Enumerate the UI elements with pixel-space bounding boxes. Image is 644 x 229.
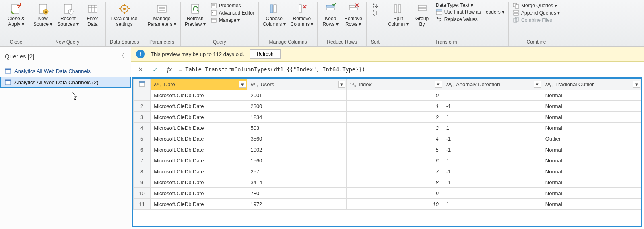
table-row[interactable]: 6Microsoft.OleDb.Date10025-1Normal bbox=[134, 144, 641, 155]
collapse-sidebar-button[interactable]: 〈 bbox=[117, 51, 126, 61]
split-column-button[interactable]: Split Column ▾ bbox=[388, 2, 409, 27]
row-number[interactable]: 2 bbox=[134, 101, 151, 112]
replace-values-button[interactable]: 12Replace Values bbox=[436, 16, 478, 23]
cell-anomaly[interactable]: 1 bbox=[443, 90, 542, 101]
sort-desc-button[interactable]: ZA bbox=[372, 10, 378, 16]
cell-index[interactable]: 4 bbox=[346, 133, 443, 144]
close-apply-button[interactable]: Close & Apply ▾ bbox=[7, 2, 25, 27]
cell-date[interactable]: Microsoft.OleDb.Date bbox=[151, 166, 247, 177]
table-row[interactable]: 5Microsoft.OleDb.Date35604-1Outlier bbox=[134, 133, 641, 144]
cell-date[interactable]: Microsoft.OleDb.Date bbox=[151, 144, 247, 155]
table-row[interactable]: 7Microsoft.OleDb.Date156061Normal bbox=[134, 155, 641, 166]
cell-anomaly[interactable]: 1 bbox=[443, 188, 542, 199]
cell-anomaly[interactable]: 1 bbox=[443, 199, 542, 210]
cell-users[interactable]: 1234 bbox=[247, 112, 346, 123]
cell-traditional[interactable]: Normal bbox=[542, 144, 641, 155]
table-row[interactable]: 4Microsoft.OleDb.Date50331Normal bbox=[134, 123, 641, 133]
cell-index[interactable]: 3 bbox=[346, 123, 443, 133]
row-number[interactable]: 9 bbox=[134, 177, 151, 188]
row-number[interactable]: 5 bbox=[134, 133, 151, 144]
row-number[interactable]: 8 bbox=[134, 166, 151, 177]
cell-traditional[interactable]: Normal bbox=[542, 101, 641, 112]
query-item-0[interactable]: Analytics All Web Data Channels bbox=[0, 65, 131, 77]
remove-rows-button[interactable]: Remove Rows ▾ bbox=[344, 2, 362, 27]
row-number[interactable]: 7 bbox=[134, 155, 151, 166]
column-header-users[interactable]: ABC Users▾ bbox=[247, 79, 346, 90]
column-header-index[interactable]: 123 Index▾ bbox=[346, 79, 443, 90]
properties-button[interactable]: Properties bbox=[211, 2, 241, 9]
cell-traditional[interactable]: Normal bbox=[542, 166, 641, 177]
cell-traditional[interactable]: Normal bbox=[542, 112, 641, 123]
cell-anomaly[interactable]: -1 bbox=[443, 166, 542, 177]
cell-index[interactable]: 1 bbox=[346, 101, 443, 112]
cell-date[interactable]: Microsoft.OleDb.Date bbox=[151, 188, 247, 199]
refresh-preview-button[interactable]: Refresh Preview ▾ bbox=[185, 2, 206, 27]
new-source-button[interactable]: ★ New Source ▾ bbox=[33, 2, 52, 27]
enter-data-button[interactable]: Enter Data bbox=[84, 2, 101, 27]
cell-index[interactable]: 0 bbox=[346, 90, 443, 101]
table-row[interactable]: 8Microsoft.OleDb.Date2577-1Normal bbox=[134, 166, 641, 177]
row-number[interactable]: 3 bbox=[134, 112, 151, 123]
row-number[interactable]: 4 bbox=[134, 123, 151, 133]
cell-traditional[interactable]: Normal bbox=[542, 155, 641, 166]
row-number[interactable]: 1 bbox=[134, 90, 151, 101]
cell-traditional[interactable]: Normal bbox=[542, 90, 641, 101]
cell-users[interactable]: 2300 bbox=[247, 101, 346, 112]
cell-users[interactable]: 3414 bbox=[247, 177, 346, 188]
cell-date[interactable]: Microsoft.OleDb.Date bbox=[151, 123, 247, 133]
formula-cancel-button[interactable]: ✕ bbox=[135, 64, 146, 75]
cell-index[interactable]: 10 bbox=[346, 199, 443, 210]
merge-queries-button[interactable]: Merge Queries ▾ bbox=[513, 2, 557, 9]
table-corner[interactable] bbox=[134, 79, 151, 90]
column-header-tradional-outlier[interactable]: ABC Tradional Outlier▾ bbox=[542, 79, 641, 90]
column-filter-button[interactable]: ▾ bbox=[534, 81, 541, 88]
advanced-editor-button[interactable]: Advanced Editor bbox=[211, 10, 254, 16]
sort-asc-button[interactable]: AZ bbox=[372, 2, 378, 9]
column-filter-button[interactable]: ▾ bbox=[239, 81, 246, 88]
cell-traditional[interactable]: Outlier bbox=[542, 133, 641, 144]
row-number[interactable]: 6 bbox=[134, 144, 151, 155]
column-filter-button[interactable]: ▾ bbox=[338, 81, 345, 88]
cell-users[interactable]: 503 bbox=[247, 123, 346, 133]
cell-date[interactable]: Microsoft.OleDb.Date bbox=[151, 133, 247, 144]
cell-index[interactable]: 5 bbox=[346, 144, 443, 155]
table-row[interactable]: 9Microsoft.OleDb.Date34148-1Normal bbox=[134, 177, 641, 188]
column-header-date[interactable]: ABC Date▾ bbox=[151, 79, 247, 90]
keep-rows-button[interactable]: Keep Rows ▾ bbox=[322, 2, 339, 27]
cell-anomaly[interactable]: -1 bbox=[443, 177, 542, 188]
cell-index[interactable]: 6 bbox=[346, 155, 443, 166]
cell-anomaly[interactable]: 1 bbox=[443, 123, 542, 133]
cell-date[interactable]: Microsoft.OleDb.Date bbox=[151, 101, 247, 112]
append-queries-button[interactable]: Append Queries ▾ bbox=[513, 10, 560, 16]
table-row[interactable]: 10Microsoft.OleDb.Date78091Normal bbox=[134, 188, 641, 199]
cell-users[interactable]: 1560 bbox=[247, 155, 346, 166]
data-type-button[interactable]: Data Type: Text ▾ bbox=[436, 2, 473, 8]
cell-traditional[interactable]: Normal bbox=[542, 177, 641, 188]
first-row-headers-button[interactable]: Use First Row as Headers ▾ bbox=[436, 9, 504, 15]
manage-query-button[interactable]: Manage ▾ bbox=[211, 17, 240, 23]
table-row[interactable]: 2Microsoft.OleDb.Date23001-1Normal bbox=[134, 101, 641, 112]
cell-date[interactable]: Microsoft.OleDb.Date bbox=[151, 177, 247, 188]
column-filter-button[interactable]: ▾ bbox=[633, 81, 640, 88]
formula-commit-button[interactable]: ✓ bbox=[150, 64, 160, 75]
data-source-settings-button[interactable]: Data source settings bbox=[111, 2, 138, 27]
cell-anomaly[interactable]: -1 bbox=[443, 144, 542, 155]
cell-index[interactable]: 8 bbox=[346, 177, 443, 188]
manage-parameters-button[interactable]: Manage Parameters ▾ bbox=[147, 2, 176, 27]
cell-index[interactable]: 2 bbox=[346, 112, 443, 123]
cell-users[interactable]: 780 bbox=[247, 188, 346, 199]
cell-anomaly[interactable]: -1 bbox=[443, 101, 542, 112]
recent-sources-button[interactable]: Recent Sources ▾ bbox=[57, 2, 78, 27]
info-refresh-button[interactable]: Refresh bbox=[250, 49, 281, 59]
cell-users[interactable]: 1002 bbox=[247, 144, 346, 155]
column-header-anomaly-detection[interactable]: ABC Anomaly Detection▾ bbox=[443, 79, 542, 90]
group-by-button[interactable]: Group By bbox=[413, 2, 431, 27]
query-item-1[interactable]: Analytics All Web Data Channels (2) bbox=[0, 77, 131, 88]
table-row[interactable]: 1Microsoft.OleDb.Date200101Normal bbox=[134, 90, 641, 101]
column-filter-button[interactable]: ▾ bbox=[435, 81, 442, 88]
cell-anomaly[interactable]: -1 bbox=[443, 133, 542, 144]
cell-date[interactable]: Microsoft.OleDb.Date bbox=[151, 90, 247, 101]
cell-date[interactable]: Microsoft.OleDb.Date bbox=[151, 155, 247, 166]
cell-date[interactable]: Microsoft.OleDb.Date bbox=[151, 199, 247, 210]
row-number[interactable]: 11 bbox=[134, 199, 151, 210]
